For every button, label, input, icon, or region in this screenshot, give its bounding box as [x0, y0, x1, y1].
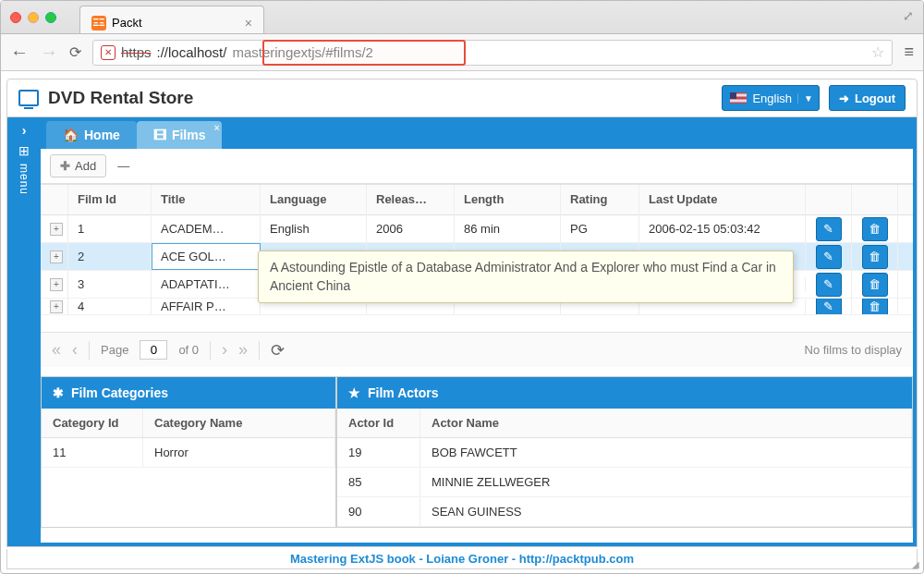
app-header: DVD Rental Store English ▼ ➜ Logout	[6, 79, 918, 117]
col-language[interactable]: Language	[261, 185, 367, 214]
col-film-id[interactable]: Film Id	[68, 185, 152, 214]
first-page-button[interactable]: «	[52, 340, 61, 360]
grid-toolbar: ✚ Add —	[41, 149, 913, 184]
delete-button[interactable]: 🗑	[862, 273, 888, 297]
address-bar[interactable]: ✕ https ://localhost/masteringextjs/#fil…	[92, 40, 893, 66]
ssl-warning-icon: ✕	[101, 45, 116, 60]
url-scheme: https	[121, 44, 152, 60]
tab-films-label: Films	[172, 128, 206, 142]
forward-button[interactable]: →	[40, 42, 58, 63]
home-icon: 🏠	[63, 128, 79, 142]
grid-header: Film Id Title Language Releas… Length Ra…	[41, 184, 913, 215]
logout-label: Logout	[855, 92, 895, 105]
next-page-button[interactable]: ›	[222, 340, 227, 360]
refresh-button[interactable]: ⟳	[271, 340, 285, 360]
expand-row-icon[interactable]: +	[50, 278, 63, 291]
paging-message: No films to display	[805, 343, 902, 357]
edit-button[interactable]: ✎	[816, 273, 842, 297]
col-title[interactable]: Title	[152, 185, 261, 214]
actors-panel: ★ Film Actors Actor Id Actor Name 19 BOB…	[336, 376, 913, 528]
logout-button[interactable]: ➜ Logout	[829, 85, 906, 111]
reload-button[interactable]: ⟳	[69, 43, 81, 61]
main-panel: 🏠 Home 🎞 Films × ✚ Add —	[41, 117, 917, 546]
resize-handle-icon[interactable]: ◢	[912, 559, 919, 569]
sidebar-menu-label: menu	[18, 164, 30, 195]
cell-cat-name: Horror	[143, 438, 335, 467]
back-button[interactable]: ←	[10, 42, 29, 63]
browser-tab[interactable]: ΞΞ Packt ×	[79, 6, 264, 33]
gear-icon: ✱	[53, 385, 64, 400]
expand-row-icon[interactable]: +	[50, 223, 63, 236]
row-tooltip: A Astounding Epistle of a Database Admin…	[258, 250, 794, 303]
app-logo-icon	[18, 90, 39, 106]
categories-title: Film Categories	[71, 385, 168, 400]
browser-tab-title: Packt	[112, 16, 142, 30]
col-category-name[interactable]: Category Name	[143, 409, 335, 437]
col-actor-id[interactable]: Actor Id	[337, 409, 420, 437]
delete-button[interactable]: 🗑	[862, 299, 888, 315]
cell-film-id: 2	[68, 242, 152, 271]
expand-row-icon[interactable]: +	[50, 300, 63, 313]
language-button[interactable]: English ▼	[722, 85, 820, 111]
page-label: Page	[101, 343, 128, 357]
cell-rating: PG	[561, 214, 639, 243]
cell-actor-name: SEAN GUINESS	[420, 497, 912, 526]
cell-title: ACE GOL…	[152, 243, 261, 270]
app-body: › ⊞ menu 🏠 Home 🎞 Films × ✚	[6, 117, 918, 547]
cell-actor-name: BOB FAWCETT	[420, 438, 912, 467]
minimize-window-icon[interactable]	[28, 12, 39, 23]
actors-title: Film Actors	[368, 385, 439, 400]
add-button[interactable]: ✚ Add	[50, 154, 106, 177]
cell-cat-id: 11	[42, 438, 143, 467]
table-row[interactable]: 19 BOB FAWCETT	[337, 438, 912, 468]
plus-icon: ✚	[60, 159, 70, 173]
films-panel: ✚ Add — Film Id Title Language Releas… L…	[41, 149, 913, 543]
cell-title: AFFAIR P…	[152, 299, 261, 315]
col-release[interactable]: Releas…	[367, 185, 455, 214]
table-row[interactable]: 11 Horror	[42, 438, 335, 468]
col-last-update[interactable]: Last Update	[639, 185, 806, 214]
close-tab-films-icon[interactable]: ×	[214, 123, 220, 133]
logout-icon: ➜	[839, 92, 849, 105]
sidebar: › ⊞ menu	[7, 117, 41, 546]
table-row[interactable]: + 1 ACADEM… English 2006 86 min PG 2006-…	[41, 215, 913, 243]
page-input[interactable]	[140, 340, 167, 360]
paging-toolbar: « ‹ Page of 0 › » ⟳ No films to display	[41, 332, 913, 367]
bookmark-icon[interactable]: ☆	[871, 43, 884, 61]
cell-film-id: 3	[68, 270, 152, 299]
app-window: DVD Rental Store English ▼ ➜ Logout › ⊞ …	[6, 79, 918, 547]
prev-page-button[interactable]: ‹	[72, 340, 78, 360]
cell-title: ACADEM…	[152, 214, 261, 243]
cell-language: English	[261, 214, 367, 243]
last-page-button[interactable]: »	[238, 340, 248, 360]
us-flag-icon	[730, 92, 747, 104]
table-row[interactable]: 85 MINNIE ZELLWEGER	[337, 468, 912, 497]
cell-actor-id: 85	[337, 468, 420, 496]
sidebar-expand-icon[interactable]: ›	[22, 123, 27, 138]
language-label: English	[752, 92, 792, 105]
actors-header: ★ Film Actors	[337, 377, 912, 409]
tab-films[interactable]: 🎞 Films ×	[137, 121, 223, 149]
tab-home[interactable]: 🏠 Home	[46, 121, 137, 149]
col-category-id[interactable]: Category Id	[42, 409, 143, 437]
browser-titlebar: ΞΞ Packt × ⤢	[1, 1, 923, 34]
cell-update: 2006-02-15 05:03:42	[639, 214, 806, 243]
col-actor-name[interactable]: Actor Name	[420, 409, 912, 437]
close-tab-icon[interactable]: ×	[245, 16, 252, 31]
expand-row-icon[interactable]: +	[50, 250, 63, 263]
close-window-icon[interactable]	[10, 12, 21, 23]
browser-menu-icon[interactable]: ≡	[904, 43, 914, 62]
edit-button[interactable]: ✎	[816, 299, 842, 315]
browser-toolbar: ← → ⟳ ✕ https ://localhost/masteringextj…	[1, 34, 923, 71]
cell-title: ADAPTATI…	[152, 270, 261, 299]
app-title: DVD Rental Store	[48, 88, 193, 108]
table-row[interactable]: 90 SEAN GUINESS	[337, 497, 912, 527]
col-length[interactable]: Length	[455, 185, 561, 214]
films-grid: Film Id Title Language Releas… Length Ra…	[41, 184, 913, 315]
col-rating[interactable]: Rating	[561, 185, 639, 214]
zoom-window-icon[interactable]	[45, 12, 56, 23]
chevron-down-icon: ▼	[797, 93, 813, 104]
cell-release: 2006	[367, 214, 455, 243]
fullscreen-icon[interactable]: ⤢	[903, 8, 914, 23]
sidebar-tree-icon[interactable]: ⊞	[18, 143, 30, 158]
